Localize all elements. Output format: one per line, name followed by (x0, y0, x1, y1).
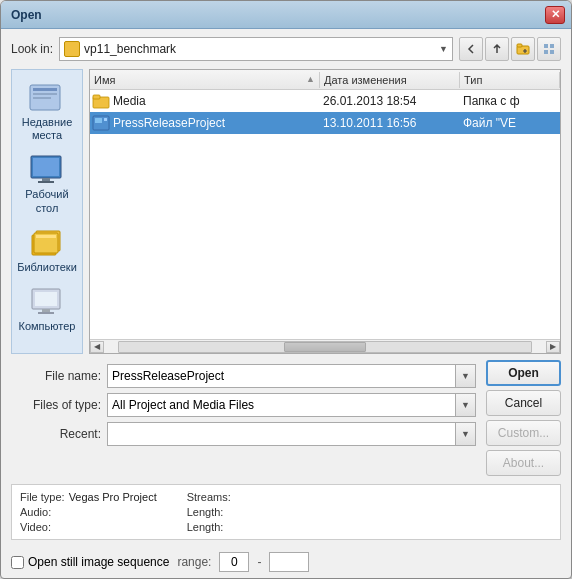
svg-rect-22 (42, 309, 50, 312)
file-list-scroll[interactable]: Media 26.01.2013 18:54 Папка с ф Pr (90, 90, 560, 339)
sidebar-desktop-label: Рабочий стол (18, 188, 76, 214)
filename-input[interactable] (108, 367, 455, 385)
file-name: Media (113, 94, 323, 108)
close-button[interactable]: ✕ (545, 6, 565, 24)
title-bar: Open ✕ (1, 1, 571, 29)
recent-icon (27, 80, 67, 116)
sort-indicator: ▲ (306, 74, 315, 84)
lookin-dropdown[interactable]: vp11_benchmark ▼ (59, 37, 453, 61)
file-type-key: File type: (20, 491, 65, 503)
back-icon (465, 43, 477, 55)
svg-rect-10 (33, 93, 57, 95)
filetype-dropdown-btn[interactable]: ▼ (455, 394, 475, 416)
filetype-row: Files of type: All Project and Media Fil… (11, 393, 476, 417)
streams-key: Streams: (187, 491, 231, 503)
libraries-icon (27, 225, 67, 261)
folder-svg (92, 93, 110, 109)
custom-button[interactable]: Custom... (486, 420, 561, 446)
svg-rect-1 (517, 44, 522, 47)
file-info-box: File type: Vegas Pro Project Audio: Vide… (11, 484, 561, 540)
svg-rect-9 (33, 88, 57, 91)
cancel-button[interactable]: Cancel (486, 390, 561, 416)
length1-key: Length: (187, 506, 224, 518)
svg-rect-13 (33, 158, 59, 176)
recent-label: Recent: (11, 427, 101, 441)
open-dialog: Open ✕ Look in: vp11_benchmark ▼ (0, 0, 572, 579)
desktop-icon (27, 152, 67, 188)
dropdown-arrow-icon: ▼ (439, 44, 448, 54)
dialog-title: Open (11, 8, 42, 22)
table-row[interactable]: PressReleaseProject 13.10.2011 16:56 Фай… (90, 112, 560, 134)
scrollbar-track[interactable] (118, 341, 532, 353)
sidebar-item-libraries[interactable]: Библиотеки (14, 221, 80, 278)
sidebar: Недавние места Рабочий стол (11, 69, 83, 354)
nav-buttons (459, 37, 561, 61)
scrollbar-thumb[interactable] (284, 342, 366, 352)
range-separator: - (257, 555, 261, 569)
svg-rect-21 (35, 292, 57, 306)
sidebar-item-recent[interactable]: Недавние места (14, 76, 80, 146)
svg-rect-11 (33, 97, 51, 99)
col-header-name: Имя ▲ (90, 72, 320, 88)
info-col-left: File type: Vegas Pro Project Audio: Vide… (20, 491, 157, 533)
file-date: 13.10.2011 16:56 (323, 116, 463, 130)
libraries-svg-icon (28, 225, 66, 261)
lookin-row: Look in: vp11_benchmark ▼ (11, 37, 561, 61)
table-row[interactable]: Media 26.01.2013 18:54 Папка с ф (90, 90, 560, 112)
range-start-input[interactable] (219, 552, 249, 572)
horizontal-scrollbar[interactable]: ◀ ▶ (90, 339, 560, 353)
up-icon (491, 43, 503, 55)
recent-dropdown-btn[interactable]: ▼ (455, 423, 475, 445)
main-area: Недавние места Рабочий стол (11, 69, 561, 354)
filename-row: File name: ▼ (11, 364, 476, 388)
file-list: Имя ▲ Дата изменения Тип M (89, 69, 561, 354)
svg-rect-15 (38, 181, 54, 183)
new-folder-icon (516, 43, 530, 55)
file-type-row: File type: Vegas Pro Project (20, 491, 157, 503)
svg-rect-23 (38, 312, 54, 314)
audio-key: Audio: (20, 506, 51, 518)
dialog-content: Look in: vp11_benchmark ▼ (1, 29, 571, 548)
still-image-checkbox[interactable] (11, 556, 24, 569)
svg-rect-7 (550, 50, 554, 54)
up-button[interactable] (485, 37, 509, 61)
action-buttons: Open Cancel Custom... About... (486, 360, 561, 476)
views-button[interactable] (537, 37, 561, 61)
folder-icon (64, 41, 80, 57)
streams-row: Streams: (187, 491, 235, 503)
new-folder-button[interactable] (511, 37, 535, 61)
dialog-footer: Open still image sequence range: - (1, 548, 571, 578)
filename-input-container[interactable]: ▼ (107, 364, 476, 388)
project-icon (92, 115, 110, 131)
recent-input-container[interactable]: ▼ (107, 422, 476, 446)
scroll-right-button[interactable]: ▶ (546, 341, 560, 353)
current-folder: vp11_benchmark (84, 42, 435, 56)
file-name: PressReleaseProject (113, 116, 323, 130)
sidebar-item-desktop[interactable]: Рабочий стол (14, 148, 80, 218)
recent-svg-icon (28, 81, 66, 115)
video-key: Video: (20, 521, 51, 533)
length1-row: Length: (187, 506, 235, 518)
still-image-label: Open still image sequence (28, 555, 169, 569)
file-date: 26.01.2013 18:54 (323, 94, 463, 108)
lookin-label: Look in: (11, 42, 53, 56)
svg-rect-6 (544, 50, 548, 54)
filetype-input-container[interactable]: All Project and Media Files ▼ (107, 393, 476, 417)
audio-row: Audio: (20, 506, 157, 518)
length2-key: Length: (187, 521, 224, 533)
about-button[interactable]: About... (486, 450, 561, 476)
file-type-val: Vegas Pro Project (69, 491, 157, 503)
filename-dropdown-btn[interactable]: ▼ (455, 365, 475, 387)
desktop-svg-icon (28, 153, 66, 187)
svg-rect-28 (104, 118, 107, 121)
file-type: Папка с ф (463, 94, 558, 108)
range-end-input[interactable] (269, 552, 309, 572)
back-button[interactable] (459, 37, 483, 61)
project-svg (92, 115, 110, 131)
recent-row: Recent: ▼ (11, 422, 476, 446)
file-list-header: Имя ▲ Дата изменения Тип (90, 70, 560, 90)
open-button[interactable]: Open (486, 360, 561, 386)
sidebar-item-computer[interactable]: Компьютер (14, 280, 80, 337)
views-icon (543, 43, 555, 55)
scroll-left-button[interactable]: ◀ (90, 341, 104, 353)
